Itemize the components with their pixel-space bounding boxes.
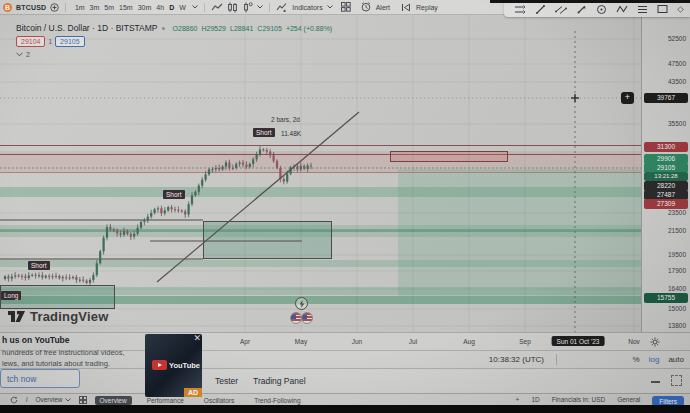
promo-heading: h us on YouTube (2, 335, 70, 345)
resistance-line-lower[interactable] (0, 154, 641, 155)
price-tick: 16400 (668, 285, 686, 293)
youtube-video-thumbnail[interactable]: ✕ YouTube AD (145, 334, 202, 397)
circle-tool-icon[interactable] (596, 4, 607, 15)
interval-button-3m[interactable]: 3m (87, 4, 102, 11)
symbol-info-overlay: Bitcoin / U.S. Dollar · 1D · BITSTAMP O2… (16, 23, 332, 58)
interval-button-W[interactable]: W (177, 4, 189, 11)
add-alert-plus-button[interactable]: + (621, 92, 634, 104)
resistance-line-upper[interactable] (0, 145, 641, 146)
panel-minimize-icon[interactable] (651, 381, 660, 383)
youtube-play-icon (152, 360, 167, 370)
toolbar-divider (65, 3, 66, 12)
price-tick: 17900 (668, 267, 686, 275)
interval-button-30m[interactable]: 30m (135, 4, 154, 11)
compare-add-icon[interactable] (50, 3, 59, 12)
auto-scale-button[interactable]: auto (668, 355, 684, 364)
lightning-event-icon[interactable] (295, 297, 308, 310)
price-axis[interactable]: 39767 5250047500435003550023500215001950… (641, 15, 690, 332)
youtube-logo-text: YouTube (169, 361, 200, 370)
replay-button[interactable]: Replay (416, 4, 438, 11)
zigzag-wave-tool-icon[interactable] (616, 4, 628, 14)
screener-add-tab-button[interactable]: + (516, 396, 520, 403)
market-status-dot-icon (162, 27, 165, 30)
utc-clock[interactable]: 10:38:32 (UTC) (489, 355, 544, 364)
short-position-qty: 11.48K (281, 130, 301, 137)
support-band-3[interactable] (0, 260, 641, 267)
tab-strategy-tester[interactable]: Tester (215, 376, 238, 386)
spread-value: 1 (48, 38, 52, 45)
panel-restore-icon[interactable] (671, 375, 682, 386)
symbol-title[interactable]: Bitcoin / U.S. Dollar · 1D · BITSTAMP (16, 23, 158, 33)
long-position-tool-icon[interactable] (514, 4, 526, 15)
youtube-promo-card: h us on YouTube hundreds of free instruc… (0, 330, 212, 405)
crosshair-price-badge: 39767 (644, 93, 688, 103)
interval-button-1m[interactable]: 1m (72, 4, 87, 11)
tradingview-watermark-text: TradingView (30, 309, 109, 324)
price-badge-15755[interactable]: 15755 (644, 293, 688, 303)
screener-interval-dropdown[interactable]: 1D (531, 396, 539, 403)
supply-rectangle-drawing[interactable] (390, 151, 508, 162)
horizontal-lines-tool-icon[interactable] (637, 5, 648, 14)
ohlc-high: H29529 (201, 25, 226, 32)
diamond-tool-icon[interactable] (677, 4, 684, 15)
support-band-1[interactable] (0, 187, 641, 197)
tab-trading-panel[interactable]: Trading Panel (253, 376, 306, 386)
style-dropdown-icon[interactable] (257, 5, 263, 9)
interval-button-15m[interactable]: 15m (117, 4, 136, 11)
promo-body-line2: iews, and tutorials about trading. (2, 359, 110, 368)
price-badge-27309[interactable]: 27309 (644, 199, 688, 209)
tradingview-app: B BTCUSD 1m3m5m15m30m4hDW (0, 0, 690, 413)
screener-tab-trend-following[interactable]: Trend-Following (249, 396, 305, 405)
indicators-icon[interactable] (276, 2, 287, 12)
sell-button[interactable]: 29104 (16, 36, 45, 47)
ad-badge: AD (184, 388, 202, 397)
long-position-label[interactable]: Long (1, 291, 21, 300)
object-tree-collapse-icon[interactable] (16, 52, 23, 57)
log-scale-button[interactable]: log (649, 355, 660, 364)
line-chart-style-icon[interactable] (211, 3, 223, 12)
alert-button[interactable]: Alert (376, 4, 390, 11)
alert-clock-icon[interactable] (361, 2, 371, 12)
replay-icon[interactable] (401, 3, 411, 12)
parallel-channel-tool-icon[interactable] (555, 4, 567, 15)
price-tick: 13800 (668, 322, 686, 330)
price-tick: 35500 (668, 120, 686, 128)
candles-style-icon[interactable] (227, 2, 238, 13)
interval-button-4h[interactable]: 4h (154, 4, 167, 11)
layout-grid-icon[interactable] (341, 2, 351, 12)
short-position-label-mid[interactable]: Short (163, 190, 185, 199)
symbol-button[interactable]: BTCUSD (16, 4, 46, 11)
time-axis-settings-gear-icon[interactable] (650, 337, 660, 347)
short-position-label-top[interactable]: Short (253, 128, 275, 137)
screener-financials-dropdown[interactable]: Financials in: USD (552, 396, 605, 403)
screener-general-dropdown[interactable]: General (617, 396, 640, 403)
interval-button-5m[interactable]: 5m (102, 4, 117, 11)
favorite-drawing-tools-toolbar (504, 1, 690, 17)
interval-button-D[interactable]: D (167, 4, 177, 11)
price-badge-13:21:28[interactable]: 13:21:28 (644, 172, 688, 181)
time-label-Jul: Jul (409, 338, 417, 345)
indicators-dropdown-icon[interactable] (327, 5, 333, 9)
screen-bezel-top (490, 0, 690, 3)
rectangle-tool-icon[interactable] (657, 4, 668, 14)
chart-pane[interactable]: 2 bars, 2d Short 11.48K Short Short Long… (0, 15, 641, 332)
ohlc-open: O28860 (173, 25, 198, 32)
screener-filters-button[interactable]: Filters (652, 396, 684, 405)
close-icon[interactable]: ✕ (193, 333, 201, 343)
hollow-candles-style-icon[interactable] (242, 2, 253, 13)
indicators-button[interactable]: Indicators (292, 4, 322, 11)
ohlc-low: L28841 (230, 25, 253, 32)
interval-dropdown-icon[interactable] (192, 5, 198, 9)
price-badge-31300[interactable]: 31300 (644, 142, 688, 152)
bars-measure-label: 2 bars, 2d (271, 116, 300, 123)
trend-line-tool-icon[interactable] (535, 4, 546, 15)
watch-now-button[interactable]: tch now (0, 369, 80, 388)
short-position-label-left[interactable]: Short (28, 261, 50, 270)
economic-event-flag-icon[interactable] (301, 312, 313, 324)
tradingview-watermark[interactable]: TradingView (8, 309, 109, 324)
price-tick: 21500 (668, 227, 686, 235)
arrow-marker-tool-icon[interactable] (576, 4, 587, 15)
consolidation-box-drawing[interactable] (203, 221, 332, 259)
buy-button[interactable]: 29105 (55, 36, 84, 47)
percent-scale-button[interactable]: % (633, 355, 640, 364)
